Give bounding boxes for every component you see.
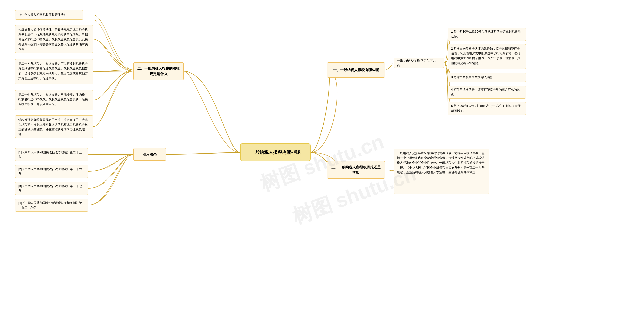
b3c2-node: 2.月报出来后根据认证结果通知，IC卡数据和资产负债表，利润表在沪友申报系统中填… [448,44,526,69]
connections-svg [0,0,644,326]
branch1-label: 二、一般纳税人报税的法律规定是什么 [137,66,180,77]
mind-map: 树图 shutu.cn 树图 shutu.cn 一般纳税人报税 [0,0,644,326]
b3-desc-node: 一般纳税人报税包括以下几点： [394,58,444,68]
branch2-label: 引用法条 [143,152,157,157]
b1c2-label: 扣缴义务人必须依照法律、行政法规规定或者税务机关依照法律、行政法规的规定确定的申… [18,28,88,51]
b1c1-node: 《中华人民共和国税收征收管理法》 [15,10,83,20]
branch1-node: 二、一般纳税人报税的法律规定是什么 [133,62,184,80]
branch3-node: 一、一般纳税人报税有哪些呢 [327,62,385,78]
b1c5-node: 经税准延期办理前款规定的申报、报送事项的，应当在纳税期内按照上期实际缴纳的税额或… [15,115,93,138]
b3c1-node: 1.每个月10号以后30号以前把该月的专票拿到税务局认证。 [448,28,526,41]
b3c4-node: 4.打印所填报的表，还要打印IC卡里的每月汇总的数据 [448,86,526,99]
center-node: 一般纳税人报税有哪些呢 [240,143,311,161]
branch2-node: 引用法条 [133,148,166,161]
b3c1-label: 1.每个月10号以后30号以前把该月的专票拿到税务局认证。 [451,29,522,39]
b1c1-label: 《中华人民共和国税收征收管理法》 [18,12,67,17]
b3c3-node: 3.把这个系统里的数据导入U盘 [448,73,526,82]
b1c2-node: 扣缴义务人必须依照法律、行政法规规定或者税务机关依照法律、行政法规的规定确定的申… [15,25,93,53]
b4c1-node: 一般纳税人是指年应征增值税销售额（以下简称年应税销售额，包括一个公历年度内的全部… [394,149,489,194]
b4c1-label: 一般纳税人是指年应征增值税销售额（以下简称年应税销售额，包括一个公历年度内的全部… [397,151,485,174]
branch3-label: 一、一般纳税人报税有哪些呢 [333,67,379,73]
b1c4-label: 第二十七条纳税人、扣缴义务人不能按期办理纳税申报或者报送代扣代代、代收代缴税款报… [18,93,88,106]
branch4-label: 三、一般纳税人所得税月报还是季报 [330,165,382,175]
center-label: 一般纳税人报税有哪些呢 [251,149,300,156]
main-connections [0,0,644,326]
b2c3-label: [3]《中华人民共和国税收征收管理法》第二十七条 [18,184,85,193]
b2c2-label: [2]《中华人民共和国税收征收管理法》第二十六条 [18,167,85,176]
b2c1-node: [1]《中华人民共和国税收征收管理法》第二十五条 [15,148,88,161]
b2c1-label: [1]《中华人民共和国税收征收管理法》第二十五条 [18,150,85,159]
b3c5-label: 5.带上U盘和IC卡，打印的表（一式2份）到税务大厅就可以了。 [451,104,522,113]
branch4-node: 三、一般纳税人所得税月报还是季报 [327,161,385,179]
b1c5-label: 经税准延期办理前款规定的申报、报送事项的，应当在纳税期内按照上期实际缴纳的税额或… [18,118,88,136]
b1c3-node: 第二十六条纳税人、扣缴义务人可以直接到税务机关办理纳税申报或者报送代扣代缴、代收… [15,59,93,84]
b1c3-label: 第二十六条纳税人、扣缴义务人可以直接到税务机关办理纳税申报或者报送代扣代缴、代收… [18,62,88,80]
b2c4-node: [4]《中华人民共和国企业所得税法实施条例》第一百二十八条 [15,199,88,212]
b3c5-node: 5.带上U盘和IC卡，打印的表（一式2份）到税务大厅就可以了。 [448,102,526,115]
b2c2-node: [2]《中华人民共和国税收征收管理法》第二十六条 [15,165,88,178]
b1c4-node: 第二十七条纳税人、扣缴义务人不能按期办理纳税申报或者报送代扣代代、代收代缴税款报… [15,90,93,110]
b3-desc-label: 一般纳税人报税包括以下几点： [397,58,441,68]
b3c3-label: 3.把这个系统里的数据导入U盘 [451,75,492,80]
b2c3-node: [3]《中华人民共和国税收征收管理法》第二十七条 [15,182,88,195]
b3c4-label: 4.打印所填报的表，还要打印IC卡里的每月汇总的数据 [451,87,522,97]
b3c2-label: 2.月报出来后根据认证结果通知，IC卡数据和资产负债表，利润表在沪友申报系统中填… [451,47,520,65]
b2c4-label: [4]《中华人民共和国企业所得税法实施条例》第一百二十八条 [18,201,85,210]
